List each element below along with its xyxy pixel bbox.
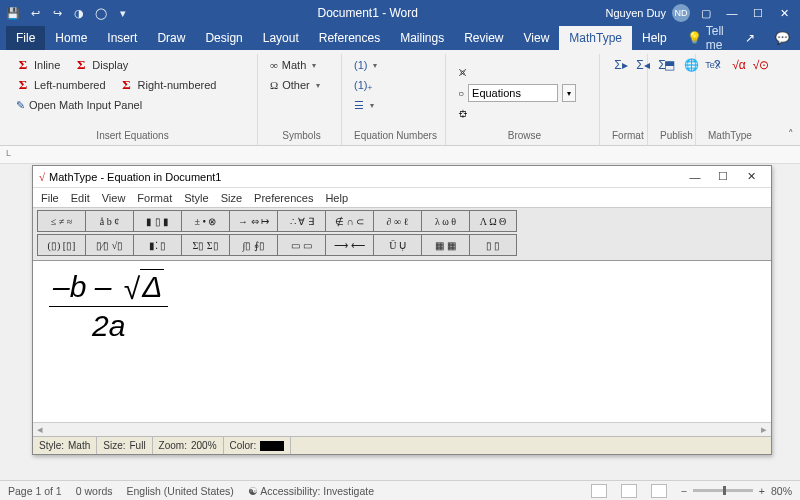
mt-menu-preferences[interactable]: Preferences bbox=[254, 192, 313, 204]
mt-maximize-icon[interactable]: ☐ bbox=[709, 169, 737, 185]
comments-icon[interactable]: 💬 bbox=[765, 26, 800, 50]
radicand[interactable]: Δ bbox=[140, 269, 164, 304]
view-web-icon[interactable] bbox=[651, 484, 667, 498]
equation[interactable]: –b – Δ 2a bbox=[49, 269, 755, 343]
left-numbered-button[interactable]: ΣLeft-numbered bbox=[16, 76, 106, 94]
view-print-icon[interactable] bbox=[621, 484, 637, 498]
color-swatch[interactable] bbox=[260, 441, 284, 451]
publish-icon-1[interactable]: ⬒ bbox=[660, 56, 678, 74]
palette-accents[interactable]: Ū Ụ bbox=[373, 234, 421, 256]
display-button[interactable]: ΣDisplay bbox=[74, 56, 128, 74]
mt-menu-format[interactable]: Format bbox=[137, 192, 172, 204]
view-read-icon[interactable] bbox=[591, 484, 607, 498]
mt-menu-style[interactable]: Style bbox=[184, 192, 208, 204]
tab-help[interactable]: Help bbox=[632, 26, 677, 50]
mt-menu-size[interactable]: Size bbox=[221, 192, 242, 204]
right-numbered-button[interactable]: ΣRight-numbered bbox=[120, 76, 217, 94]
palette-labeled-arrows[interactable]: ⟶ ⟵ bbox=[325, 234, 373, 256]
other-menu[interactable]: ΩOther▾ bbox=[270, 76, 333, 94]
palette-greek-lower[interactable]: λ ω θ bbox=[421, 210, 469, 232]
redo-icon[interactable]: ↪ bbox=[50, 6, 64, 20]
publish-icon-2[interactable]: 🌐 bbox=[682, 56, 700, 74]
browse-input[interactable] bbox=[468, 84, 558, 102]
mt-menu-edit[interactable]: Edit bbox=[71, 192, 90, 204]
tab-design[interactable]: Design bbox=[195, 26, 252, 50]
palette-fences[interactable]: (▯) [▯] bbox=[37, 234, 85, 256]
inline-button[interactable]: ΣInline bbox=[16, 56, 60, 74]
mt-web-icon[interactable]: √⊙ bbox=[752, 56, 770, 74]
touch-mode-icon[interactable]: ◑ bbox=[72, 6, 86, 20]
palette-arrows[interactable]: → ⇔ ↦ bbox=[229, 210, 277, 232]
tab-insert[interactable]: Insert bbox=[97, 26, 147, 50]
mt-close-icon[interactable]: ✕ bbox=[737, 169, 765, 185]
palette-frac-radical[interactable]: ▯⁄▯ √▯ bbox=[85, 234, 133, 256]
user-avatar[interactable]: ND bbox=[672, 4, 690, 22]
open-math-input-panel-button[interactable]: ✎Open Math Input Panel bbox=[16, 96, 249, 114]
palette-subsuper[interactable]: ▮⁚ ▯ bbox=[133, 234, 181, 256]
tab-review[interactable]: Review bbox=[454, 26, 513, 50]
minimize-icon[interactable]: — bbox=[722, 4, 742, 22]
palette-boxes[interactable]: ▯ ▯ bbox=[469, 234, 517, 256]
status-page[interactable]: Page 1 of 1 bbox=[8, 485, 62, 497]
format-icon-1[interactable]: Σ▸ bbox=[612, 56, 630, 74]
palette-bars[interactable]: ▭ ▭ bbox=[277, 234, 325, 256]
palette-logic[interactable]: ∴ ∀ ∃ bbox=[277, 210, 325, 232]
collapse-ribbon-icon[interactable]: ˄ bbox=[788, 128, 794, 141]
palette-misc[interactable]: ∂ ∞ ℓ bbox=[373, 210, 421, 232]
browse-circle-icon[interactable]: ○ bbox=[458, 88, 464, 99]
tab-draw[interactable]: Draw bbox=[147, 26, 195, 50]
mt-minimize-icon[interactable]: — bbox=[681, 169, 709, 185]
share-icon[interactable]: ↗ bbox=[735, 26, 765, 50]
status-words[interactable]: 0 words bbox=[76, 485, 113, 497]
eqnum-chapter-button[interactable]: (1)₊ bbox=[354, 76, 437, 94]
tab-mailings[interactable]: Mailings bbox=[390, 26, 454, 50]
palette-set[interactable]: ∉ ∩ ⊂ bbox=[325, 210, 373, 232]
next-eq-icon[interactable]: ⯐ bbox=[458, 108, 468, 119]
palette-integral[interactable]: ∫▯ ∮▯ bbox=[229, 234, 277, 256]
tab-mathtype[interactable]: MathType bbox=[559, 26, 632, 50]
zoom-value[interactable]: 80% bbox=[771, 485, 792, 497]
mt-menu-help[interactable]: Help bbox=[325, 192, 348, 204]
tab-layout[interactable]: Layout bbox=[253, 26, 309, 50]
mathtype-hscroll[interactable]: ◂▸ bbox=[33, 422, 771, 436]
qat-customize-icon[interactable]: ▾ bbox=[116, 6, 130, 20]
format-icon-2[interactable]: Σ◂ bbox=[634, 56, 652, 74]
palette-greek-upper[interactable]: Λ Ω Θ bbox=[469, 210, 517, 232]
fraction[interactable]: –b – Δ 2a bbox=[49, 269, 168, 343]
palette-sum[interactable]: Σ▯ Σ▯ bbox=[181, 234, 229, 256]
undo-icon[interactable]: ↩ bbox=[28, 6, 42, 20]
close-icon[interactable]: ✕ bbox=[774, 4, 794, 22]
mathtype-canvas[interactable]: –b – Δ 2a bbox=[33, 261, 771, 422]
prev-eq-icon[interactable]: ⯏ bbox=[458, 67, 468, 78]
tab-tellme[interactable]: 💡Tell me bbox=[677, 26, 735, 50]
status-accessibility[interactable]: ☯ Accessibility: Investigate bbox=[248, 485, 374, 497]
ribbon-display-icon[interactable]: ▢ bbox=[696, 4, 716, 22]
maximize-icon[interactable]: ☐ bbox=[748, 4, 768, 22]
eqnum-insert-button[interactable]: (1)▾ bbox=[354, 56, 437, 74]
status-language[interactable]: English (United States) bbox=[126, 485, 233, 497]
palette-relations[interactable]: ≤ ≠ ≈ bbox=[37, 210, 85, 232]
tab-home[interactable]: Home bbox=[45, 26, 97, 50]
save-icon[interactable]: 💾 bbox=[6, 6, 20, 20]
zoom-out-icon[interactable]: − bbox=[681, 485, 687, 497]
tab-view[interactable]: View bbox=[514, 26, 560, 50]
zoom-slider[interactable] bbox=[693, 489, 753, 492]
browse-dropdown-icon[interactable]: ▾ bbox=[562, 84, 576, 102]
square-root[interactable]: Δ bbox=[120, 269, 165, 304]
palette-spaces[interactable]: å b ¢ bbox=[85, 210, 133, 232]
tab-references[interactable]: References bbox=[309, 26, 390, 50]
mt-menu-view[interactable]: View bbox=[102, 192, 126, 204]
circle-icon[interactable]: ◯ bbox=[94, 6, 108, 20]
mt-pref-icon[interactable]: √α bbox=[730, 56, 748, 74]
mt-help-icon[interactable]: ? bbox=[708, 56, 726, 74]
denominator[interactable]: 2a bbox=[49, 307, 168, 343]
mt-menu-file[interactable]: File bbox=[41, 192, 59, 204]
eqnum-format-button[interactable]: ☰▾ bbox=[354, 96, 437, 114]
zoom-in-icon[interactable]: + bbox=[759, 485, 765, 497]
numerator[interactable]: –b – Δ bbox=[49, 269, 168, 307]
palette-operators[interactable]: ± • ⊗ bbox=[181, 210, 229, 232]
math-menu[interactable]: ∞Math▾ bbox=[270, 56, 333, 74]
palette-matrix[interactable]: ▦ ▦ bbox=[421, 234, 469, 256]
tab-file[interactable]: File bbox=[6, 26, 45, 50]
palette-embellish[interactable]: ▮ ▯ ▮ bbox=[133, 210, 181, 232]
